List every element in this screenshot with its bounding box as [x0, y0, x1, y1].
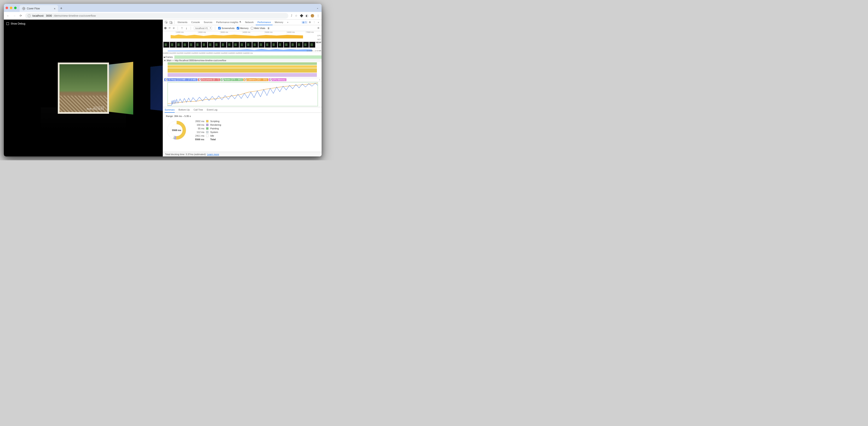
screenshot-thumb[interactable] [220, 42, 226, 48]
filmstrip[interactable]: HEAP [163, 41, 321, 48]
share-icon[interactable]: ⤴ [291, 14, 292, 17]
close-devtools-icon[interactable]: × [316, 21, 320, 24]
screenshot-thumb[interactable] [214, 42, 220, 48]
screenshot-thumb[interactable] [233, 42, 239, 48]
screenshot-thumb[interactable] [271, 42, 277, 48]
back-button[interactable]: ← [6, 14, 10, 17]
reload-record-icon[interactable]: ⟳ [169, 27, 170, 29]
cover-right-2[interactable] [150, 63, 163, 113]
tab-overflow[interactable]: » [285, 20, 290, 25]
memory-checkbox[interactable]: Memory [237, 27, 249, 29]
record-button[interactable] [164, 27, 166, 29]
coverflow-stage[interactable]: Volume One DAB RECORDS [4, 20, 163, 157]
globe-icon [22, 7, 25, 10]
tab-event-log[interactable]: Event Log [207, 107, 218, 113]
tab-performance-insights[interactable]: Performance insights ⚗ [215, 20, 243, 25]
forward-button[interactable]: → [12, 14, 16, 17]
tab-summary[interactable]: Summary [165, 107, 175, 113]
counter-listeners[interactable]: Listeners[163 – 355] [243, 78, 268, 81]
screenshot-thumb[interactable] [189, 42, 195, 48]
close-window-button[interactable] [5, 7, 8, 9]
screenshot-thumb[interactable] [202, 42, 208, 48]
counter-jsheap[interactable]: JS Heap[12.8 MB – 17.8 MB] [164, 78, 197, 81]
overview-timeline[interactable]: 1000 ms 2000 ms 3000 ms 4000 ms 5000 ms … [163, 31, 321, 41]
browser-tab[interactable]: Cover Flow × [20, 5, 58, 12]
content-area: Show Debug Volume One DAB RECORDS [4, 20, 321, 157]
tab-performance[interactable]: Performance [256, 20, 273, 25]
counter-documents[interactable]: Documents[6 – 7] [198, 78, 220, 81]
heap-overview[interactable]: 12.8 MB – 17.8 MB [163, 48, 321, 52]
ruler-tick: 5000 ms [265, 31, 273, 33]
screenshot-thumb[interactable] [309, 42, 315, 48]
learn-more-link[interactable]: Learn more [207, 153, 219, 155]
ruler-tick: 3000 ms [220, 31, 228, 33]
screenshot-thumb[interactable] [297, 42, 303, 48]
new-tab-button[interactable]: + [60, 6, 62, 11]
bookmark-icon[interactable]: ☆ [295, 14, 298, 17]
more-icon[interactable]: ⋮ [312, 21, 316, 24]
settings-icon[interactable]: ⚙ [308, 21, 312, 24]
maximize-window-button[interactable] [14, 7, 17, 9]
close-tab-icon[interactable]: × [54, 7, 56, 10]
tab-elements[interactable]: Elements [176, 20, 189, 25]
screenshot-thumb[interactable] [163, 42, 169, 48]
screenshot-thumb[interactable] [290, 42, 296, 48]
reload-button[interactable]: ⟳ [19, 14, 23, 17]
screenshot-thumb[interactable] [252, 42, 258, 48]
screenshot-thumb[interactable] [284, 42, 290, 48]
tab-memory[interactable]: Memory [273, 20, 285, 25]
cover-center[interactable]: Volume One DAB RECORDS [58, 62, 109, 114]
tab-overflow-button[interactable]: ⌄ [316, 6, 319, 9]
screenshot-thumb[interactable] [240, 42, 245, 48]
hamburger-icon[interactable]: ≡ [319, 79, 320, 81]
screenshot-thumb[interactable] [278, 42, 284, 48]
tab-network[interactable]: Network [243, 20, 255, 25]
detail-ruler[interactable]: ms 800 ms 1000 ms 1500 ms 2000 ms 2500 m… [163, 52, 321, 56]
load-profile-icon[interactable]: ⭱ [181, 27, 183, 29]
screenshot-thumb[interactable] [176, 42, 182, 48]
tab-call-tree[interactable]: Call Tree [194, 107, 203, 113]
screenshot-thumb[interactable] [246, 42, 252, 48]
screenshot-thumb[interactable] [182, 42, 188, 48]
inspect-element-icon[interactable] [164, 21, 168, 24]
flame-chart[interactable] [163, 62, 321, 78]
screenshots-checkbox[interactable]: Screenshots [218, 27, 235, 29]
tab-sources[interactable]: Sources [202, 20, 214, 25]
device-toolbar-icon[interactable] [169, 21, 173, 24]
tab-title: Cover Flow [27, 7, 40, 10]
screenshot-thumb[interactable] [195, 42, 201, 48]
context-select[interactable]: localhost #1 [194, 26, 212, 30]
counter-nodes[interactable]: Nodes[375 – 382] [220, 78, 243, 81]
clear-icon[interactable]: ⊘ [173, 27, 175, 29]
screenshot-thumb[interactable] [227, 42, 233, 48]
counter-gpu[interactable]: GPU Memory [269, 78, 287, 81]
menu-icon[interactable]: ⋮ [317, 14, 319, 17]
save-profile-icon[interactable]: ⭳ [185, 27, 188, 29]
main-track-header[interactable]: ▼Main — http://localhost:3000/demo/view-… [163, 59, 321, 62]
screenshot-thumb[interactable] [258, 42, 265, 48]
extensions-icon[interactable] [300, 14, 303, 17]
screenshot-thumb[interactable] [303, 42, 309, 48]
screenshot-thumb[interactable] [265, 42, 271, 48]
tab-console[interactable]: Console [190, 20, 202, 25]
ruler-tick: 6000 ms [287, 31, 295, 33]
sidepanel-icon[interactable]: ◧ [306, 14, 308, 17]
issues-badge[interactable]: ▤1 [301, 21, 308, 24]
tab-bottom-up[interactable]: Bottom-Up [179, 107, 190, 113]
memory-counters: JS Heap[12.8 MB – 17.8 MB] Documents[6 –… [163, 78, 321, 82]
screenshot-thumb[interactable] [170, 42, 176, 48]
album-subtitle: Volume One [94, 106, 104, 108]
minimize-window-button[interactable] [10, 7, 12, 9]
frames-track[interactable]: ▶Frames [163, 56, 321, 59]
address-bar: ← → ⟳ i localhost:3000/demo/view-timelin… [4, 12, 321, 20]
profile-avatar[interactable] [311, 14, 314, 18]
webvitals-checkbox[interactable]: Web Vitals [251, 27, 265, 29]
url-input[interactable]: i localhost:3000/demo/view-timeline-css/… [25, 13, 288, 19]
memory-chart[interactable] [163, 82, 321, 107]
perf-settings-icon[interactable]: ⚙ [316, 27, 320, 29]
site-info-icon[interactable]: i [28, 14, 31, 17]
rendered-page[interactable]: Show Debug Volume One DAB RECORDS [4, 20, 163, 157]
trash-icon[interactable]: 🗑 [268, 27, 270, 29]
screenshot-thumb[interactable] [208, 42, 214, 48]
heap-lane-label: HEAP [316, 41, 321, 44]
